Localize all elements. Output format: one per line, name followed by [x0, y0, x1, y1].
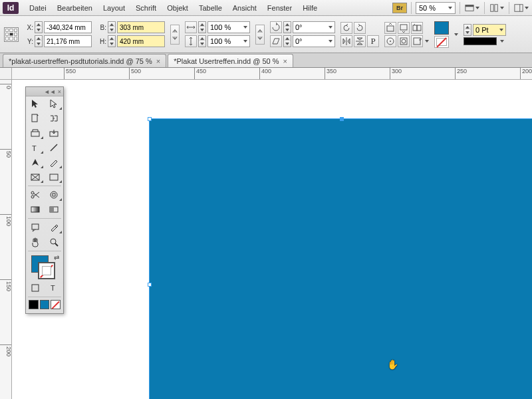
stroke-weight-field[interactable]: 0 Pt: [473, 24, 506, 36]
vertical-ruler[interactable]: 050100150200: [0, 80, 12, 399]
close-icon[interactable]: ×: [156, 57, 160, 65]
gradient-feather-tool[interactable]: [45, 202, 63, 217]
rectangle-frame-tool[interactable]: [26, 170, 45, 184]
apply-gradient-button[interactable]: [40, 300, 50, 309]
page-tool[interactable]: [26, 111, 45, 126]
scale-x-stepper[interactable]: [198, 21, 206, 33]
scale-x-field[interactable]: 100 %: [207, 21, 250, 33]
document-tab-bar: *plakat-usertreffen-psdtutorials.indd @ …: [0, 53, 532, 68]
x-stepper[interactable]: [35, 21, 43, 33]
fill-stroke-control[interactable]: ⇄: [26, 253, 63, 281]
rectangle-tool[interactable]: [45, 170, 63, 184]
rotate-field[interactable]: 0°: [293, 21, 335, 33]
svg-point-24: [31, 192, 34, 194]
menu-layout[interactable]: Layout: [98, 2, 130, 14]
gradient-swatch-tool[interactable]: [26, 202, 45, 217]
selected-rectangle[interactable]: [149, 118, 532, 399]
canvas[interactable]: ✋: [12, 80, 532, 399]
w-label: B:: [97, 24, 106, 31]
select-prev-button[interactable]: [411, 22, 423, 34]
free-transform-tool[interactable]: [45, 188, 63, 202]
scale-y-field[interactable]: 100 %: [207, 35, 250, 47]
svg-point-28: [51, 192, 57, 198]
stroke-style-swatch[interactable]: [464, 37, 497, 45]
horizontal-ruler[interactable]: 600550500450400350300250200: [12, 68, 532, 80]
resize-handle[interactable]: [148, 283, 152, 287]
constrain-wh-button[interactable]: [170, 25, 180, 45]
pencil-tool[interactable]: [45, 155, 63, 170]
chevron-down-icon: [525, 7, 529, 9]
rotate-stepper[interactable]: [283, 21, 291, 33]
y-field[interactable]: 21,176 mm: [44, 35, 92, 47]
flip-h-button[interactable]: [340, 35, 352, 47]
center-content-button[interactable]: [411, 35, 423, 47]
scissors-tool[interactable]: [26, 188, 45, 202]
resize-handle[interactable]: [340, 117, 344, 121]
select-next-button[interactable]: [384, 35, 396, 47]
x-label: X:: [24, 24, 33, 31]
select-content-button[interactable]: [398, 22, 410, 34]
constrain-scale-button[interactable]: [255, 25, 265, 45]
arrange-button[interactable]: [489, 1, 505, 15]
ruler-origin[interactable]: [0, 68, 12, 80]
close-icon[interactable]: ×: [283, 57, 287, 65]
menu-schrift[interactable]: Schrift: [130, 2, 162, 14]
zoom-tool[interactable]: [45, 235, 63, 249]
content-collector-tool[interactable]: [26, 126, 45, 140]
select-container-button[interactable]: [384, 22, 396, 34]
fill-swatch[interactable]: [434, 21, 449, 35]
rotate-cw-button[interactable]: [354, 22, 366, 34]
type-tool[interactable]: T: [26, 140, 45, 155]
shear-stepper[interactable]: [283, 35, 291, 47]
formatting-container-button[interactable]: [26, 281, 45, 295]
zoom-level-field[interactable]: 50 %: [416, 2, 456, 14]
rotate-ccw-button[interactable]: [340, 22, 352, 34]
pen-tool[interactable]: [26, 155, 45, 170]
p-icon[interactable]: P: [367, 35, 379, 47]
screen-mode-button[interactable]: [464, 1, 480, 15]
bridge-button[interactable]: Br: [392, 3, 407, 13]
height-field[interactable]: 420 mm: [117, 35, 165, 47]
eyedropper-tool[interactable]: [45, 220, 63, 235]
flip-v-button[interactable]: [354, 35, 366, 47]
apply-none-button[interactable]: [51, 300, 61, 309]
document-tab[interactable]: *plakat-usertreffen-psdtutorials.indd @ …: [3, 54, 166, 67]
gap-tool[interactable]: [45, 111, 63, 126]
stroke-color-swatch[interactable]: [38, 262, 55, 279]
none-swatch[interactable]: [434, 36, 449, 48]
y-stepper[interactable]: [35, 35, 43, 47]
reference-point[interactable]: [4, 27, 19, 42]
svg-rect-30: [31, 207, 39, 212]
content-placer-tool[interactable]: [45, 126, 63, 140]
shear-field[interactable]: 0°: [293, 35, 335, 47]
note-tool[interactable]: [26, 220, 45, 235]
formatting-text-button[interactable]: T: [45, 281, 63, 295]
swap-colors-icon[interactable]: ⇄: [54, 254, 59, 261]
menu-tabelle[interactable]: Tabelle: [194, 2, 227, 14]
workspace: 600550500450400350300250200 050100150200…: [0, 68, 532, 399]
svg-text:T: T: [32, 144, 37, 152]
h-stepper[interactable]: [108, 35, 116, 47]
menu-ansicht[interactable]: Ansicht: [227, 2, 262, 14]
menu-datei[interactable]: Datei: [24, 2, 52, 14]
fit-frame-button[interactable]: [398, 35, 410, 47]
resize-handle[interactable]: [148, 117, 152, 121]
hand-tool[interactable]: [26, 235, 45, 249]
menu-hilfe[interactable]: Hilfe: [297, 2, 323, 14]
panel-header[interactable]: ◄◄×: [26, 87, 63, 96]
stroke-stepper[interactable]: [464, 24, 471, 36]
document-tab[interactable]: *Plakat Usertreffen.indd @ 50 %×: [168, 54, 293, 67]
width-field[interactable]: 303 mm: [117, 21, 165, 33]
w-stepper[interactable]: [108, 21, 116, 33]
menu-fenster[interactable]: Fenster: [262, 2, 297, 14]
line-tool[interactable]: [45, 140, 63, 155]
tools-panel[interactable]: ◄◄× T: [25, 86, 64, 314]
apply-color-button[interactable]: [29, 300, 39, 309]
menu-objekt[interactable]: Objekt: [162, 2, 194, 14]
workspace-button[interactable]: [513, 1, 529, 15]
menu-bearbeiten[interactable]: Bearbeiten: [52, 2, 98, 14]
x-field[interactable]: -340,324 mm: [44, 21, 92, 33]
scale-y-stepper[interactable]: [198, 35, 206, 47]
direct-selection-tool[interactable]: [45, 96, 63, 111]
selection-tool[interactable]: [26, 96, 45, 111]
